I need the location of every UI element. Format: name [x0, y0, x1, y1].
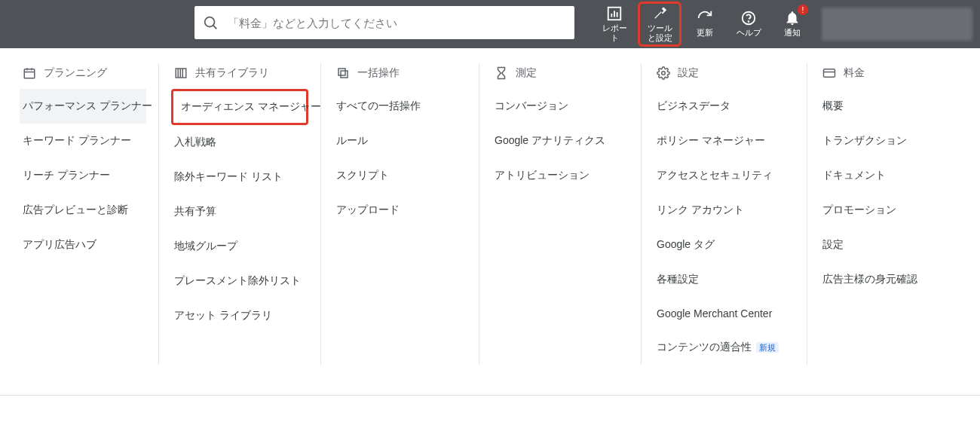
menu-billing-settings[interactable]: 設定 — [819, 228, 960, 262]
refresh-icon — [697, 10, 713, 26]
svg-rect-17 — [341, 71, 348, 78]
menu-analytics[interactable]: Google アナリティクス — [492, 124, 629, 158]
library-icon — [174, 66, 188, 80]
menu-access-security[interactable]: アクセスとセキュリティ — [654, 158, 795, 193]
menu-all-bulk[interactable]: すべての一括操作 — [333, 89, 467, 124]
topbar: レポート ツールと設定 更新 ヘルプ ! 通知 — [0, 0, 980, 48]
tools-label: ツールと設定 — [646, 23, 673, 43]
svg-rect-4 — [614, 11, 615, 17]
help-icon — [740, 10, 757, 26]
menu-linked-accounts[interactable]: リンク アカウント — [654, 193, 795, 228]
col-header-measurement: 測定 — [492, 63, 629, 89]
menu-transactions[interactable]: トランザクション — [819, 124, 960, 158]
notification-badge: ! — [798, 5, 808, 15]
menu-item-label: コンテンツの適合性 — [657, 341, 752, 353]
col-header-label: 共有ライブラリ — [195, 66, 269, 80]
menu-uploads[interactable]: アップロード — [333, 193, 467, 228]
menu-keyword-planner[interactable]: キーワード プランナー — [20, 124, 146, 158]
col-header-bulk: 一括操作 — [333, 63, 467, 89]
menu-shared-budgets[interactable]: 共有予算 — [171, 194, 308, 229]
notifications-label: 通知 — [784, 28, 801, 38]
menu-policy-manager[interactable]: ポリシー マネージャー — [654, 124, 795, 158]
wrench-icon — [651, 5, 668, 22]
menu-merchant-center[interactable]: Google Merchant Center — [654, 297, 795, 330]
search-icon — [202, 14, 219, 31]
col-shared-library: 共有ライブラリ オーディエンス マネージャー 入札戦略 除外キーワード リスト … — [158, 63, 320, 365]
new-badge: 新規 — [756, 342, 779, 353]
refresh-label: 更新 — [697, 28, 713, 38]
bulk-icon — [336, 66, 350, 80]
search-box[interactable] — [194, 6, 574, 39]
svg-rect-3 — [611, 14, 612, 17]
menu-bid-strategies[interactable]: 入札戦略 — [171, 125, 308, 160]
menu-conversions[interactable]: コンバージョン — [492, 89, 629, 124]
menu-google-tag[interactable]: Google タグ — [654, 228, 795, 262]
svg-point-7 — [749, 22, 749, 23]
report-label: レポート — [599, 23, 630, 43]
svg-rect-16 — [338, 69, 345, 75]
menu-reach-planner[interactable]: リーチ プランナー — [20, 158, 146, 193]
tools-megamenu: プランニング パフォーマンス プランナー キーワード プランナー リーチ プラン… — [0, 48, 980, 396]
menu-asset-library[interactable]: アセット ライブラリ — [171, 298, 308, 333]
svg-rect-19 — [824, 69, 835, 78]
menu-content-suitability[interactable]: コンテンツの適合性新規 — [654, 330, 795, 365]
menu-promotions[interactable]: プロモーション — [819, 193, 960, 228]
menu-ad-preview[interactable]: 広告プレビューと診断 — [20, 193, 146, 228]
col-measurement: 測定 コンバージョン Google アナリティクス アトリビューション — [479, 63, 641, 365]
svg-rect-5 — [617, 12, 618, 17]
col-header-planning: プランニング — [20, 63, 146, 89]
report-icon — [606, 5, 623, 22]
refresh-button[interactable]: 更新 — [683, 0, 727, 48]
col-header-settings: 設定 — [654, 63, 795, 89]
svg-point-0 — [205, 17, 215, 27]
menu-business-data[interactable]: ビジネスデータ — [654, 89, 795, 124]
gear-icon — [657, 66, 670, 80]
topbar-right: レポート ツールと設定 更新 ヘルプ ! 通知 — [593, 0, 972, 48]
help-label: ヘルプ — [737, 28, 761, 38]
col-planning: プランニング パフォーマンス プランナー キーワード プランナー リーチ プラン… — [8, 63, 158, 365]
menu-advertiser-verification[interactable]: 広告主様の身元確認 — [819, 262, 960, 297]
menu-scripts[interactable]: スクリプト — [333, 158, 467, 193]
hourglass-icon — [495, 66, 508, 80]
svg-line-1 — [213, 26, 217, 29]
col-header-label: 一括操作 — [357, 66, 400, 80]
tools-settings-button[interactable]: ツールと設定 — [638, 2, 681, 47]
menu-rules[interactable]: ルール — [333, 124, 467, 158]
col-header-shared-library: 共有ライブラリ — [171, 63, 308, 89]
svg-rect-8 — [24, 69, 35, 78]
col-header-billing: 料金 — [819, 63, 960, 89]
col-settings: 設定 ビジネスデータ ポリシー マネージャー アクセスとセキュリティ リンク ア… — [641, 63, 807, 365]
svg-point-18 — [662, 72, 666, 75]
menu-location-groups[interactable]: 地域グループ — [171, 229, 308, 264]
card-icon — [822, 66, 836, 80]
account-info[interactable] — [822, 8, 972, 41]
report-button[interactable]: レポート — [593, 0, 636, 48]
menu-audience-manager[interactable]: オーディエンス マネージャー — [171, 89, 308, 125]
col-header-label: 測定 — [516, 66, 537, 80]
col-bulk: 一括操作 すべての一括操作 ルール スクリプト アップロード — [320, 63, 479, 365]
menu-placement-exclusions[interactable]: プレースメント除外リスト — [171, 264, 308, 298]
menu-billing-summary[interactable]: 概要 — [819, 89, 960, 124]
notifications-button[interactable]: ! 通知 — [770, 0, 814, 48]
col-billing: 料金 概要 トランザクション ドキュメント プロモーション 設定 広告主様の身元… — [807, 63, 972, 365]
menu-app-ad-hub[interactable]: アプリ広告ハブ — [20, 228, 146, 262]
col-header-label: 設定 — [678, 66, 699, 80]
col-header-label: プランニング — [44, 66, 107, 80]
menu-documents[interactable]: ドキュメント — [819, 158, 960, 193]
menu-preferences[interactable]: 各種設定 — [654, 262, 795, 297]
menu-attribution[interactable]: アトリビューション — [492, 158, 629, 193]
help-button[interactable]: ヘルプ — [727, 0, 770, 48]
menu-performance-planner[interactable]: パフォーマンス プランナー — [20, 89, 146, 124]
calendar-icon — [23, 66, 36, 80]
col-header-label: 料金 — [844, 66, 865, 80]
search-input[interactable] — [228, 17, 567, 29]
menu-negative-keywords[interactable]: 除外キーワード リスト — [171, 160, 308, 194]
